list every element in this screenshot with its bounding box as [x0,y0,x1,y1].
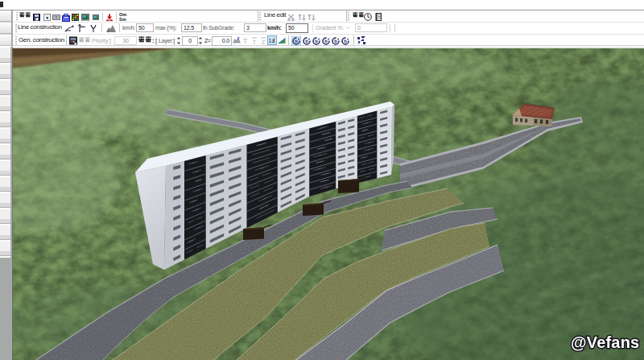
svg-text:b: b [295,39,298,43]
svg-text:b: b [334,39,337,43]
svg-text:b: b [305,39,308,43]
svg-text:Z: Z [262,39,266,45]
svg-text:T: T [253,39,257,45]
svg-text:b: b [315,39,318,43]
svg-text:@Vefans: @Vefans [571,333,639,351]
svg-text:Sm: Sm [119,17,126,22]
svg-text:z: z [237,35,240,40]
svg-text:b: b [324,39,328,43]
svg-text:T: T [243,37,248,45]
svg-text:b: b [344,39,347,43]
